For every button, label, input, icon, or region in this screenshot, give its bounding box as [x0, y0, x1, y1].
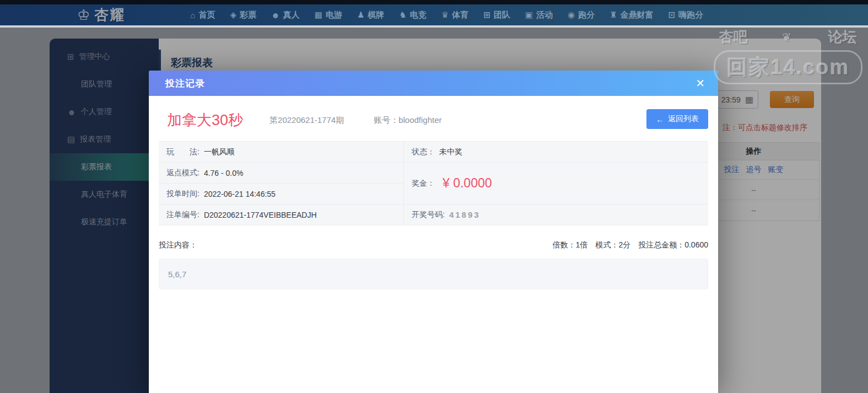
nav-item-icon: ◉ [568, 10, 575, 20]
prize-label: 奖金： [412, 179, 435, 189]
status-label: 状态： [412, 147, 435, 157]
prize-cell: 奖金： ¥ 0.0000 [403, 163, 708, 204]
nav-item-esports[interactable]: ♞ 电竞 [399, 10, 426, 20]
brand-name: 杏耀 [94, 6, 125, 25]
nav-item-label: 棋牌 [368, 10, 384, 20]
play-method-cell: 玩 法: 一帆风顺 [159, 142, 403, 163]
modal-body: 加拿大30秒 第20220621-1774期 账号：bloodfighter ←… [149, 108, 718, 289]
nav-item-label: 嗨跑分 [678, 10, 703, 20]
draw-number-label: 开奖号码: [412, 210, 445, 220]
nav-item-hi-paofen[interactable]: ⊡ 嗨跑分 [668, 10, 704, 20]
nav-item-label: 团队 [494, 10, 510, 20]
nav-item-home[interactable]: ⌂ 首页 [190, 10, 215, 20]
nav-item-activity[interactable]: ▣ 活动 [525, 10, 553, 20]
nav-item-label: 首页 [198, 10, 215, 20]
prize-value: ¥ 0.0000 [443, 176, 492, 191]
close-icon[interactable]: ✕ [696, 78, 705, 89]
nav-item-icon: ♛ [441, 10, 449, 20]
bet-stats: 倍数：1倍 模式：2分 投注总金额：0.0600 [553, 240, 708, 250]
crown-icon: ♔ [77, 8, 90, 22]
bet-time-label: 投单时间: [166, 189, 200, 199]
nav-item-icon: ⌂ [190, 10, 195, 20]
nav-item-icon: ▦ [315, 10, 322, 20]
nav-menu: ⌂ 首页 ◈ 彩票 ☻ 真人 ▦ 电游 ♟ 棋牌 ♞ 电竞 ♛ 体育 ⊞ [190, 10, 703, 20]
nav-item-lottery[interactable]: ◈ 彩票 [230, 10, 256, 20]
bet-time-cell: 投单时间: 2022-06-21 14:46:55 [159, 184, 403, 204]
bet-content-value: 5,6,7 [168, 270, 186, 279]
rebate-mode-label: 返点模式: [166, 168, 200, 178]
bet-time-value: 2022-06-21 14:46:55 [204, 190, 276, 198]
nav-item-icon: ⊡ [668, 10, 676, 20]
bet-record-modal: 投注记录 ✕ 加拿大30秒 第20220621-1774期 账号：bloodfi… [149, 71, 718, 393]
draw-number-cell: 开奖号码: 41893 [403, 204, 708, 225]
nav-item-label: 体育 [452, 10, 468, 20]
game-name: 加拿大30秒 [167, 110, 243, 130]
nav-item-label: 电竞 [410, 10, 427, 20]
play-method-label: 玩 法: [166, 147, 200, 157]
nav-item-chess[interactable]: ♟ 棋牌 [357, 10, 384, 20]
nav-item-icon: ⊞ [483, 10, 490, 20]
mode-stat: 模式：2分 [595, 240, 630, 250]
nav-item-egame[interactable]: ▦ 电游 [315, 10, 342, 20]
nav-item-live[interactable]: ☻ 真人 [271, 10, 300, 20]
modal-title: 投注记录 [165, 77, 205, 90]
nav-item-team[interactable]: ⊞ 团队 [483, 10, 510, 20]
nav-item-label: 活动 [536, 10, 553, 20]
nav-item-icon: ♞ [399, 10, 406, 20]
account-value: bloodfighter [398, 115, 441, 125]
bet-content-label: 投注内容： [159, 240, 197, 250]
rebate-mode-cell: 返点模式: 4.76 - 0.0% [159, 163, 403, 184]
record-detail-table: 玩 法: 一帆风顺 返点模式: 4.76 - 0.0% 投单时间: 2022-0… [159, 141, 708, 225]
nav-item-label: 彩票 [240, 10, 256, 20]
back-to-list-button[interactable]: ← 返回列表 [646, 109, 708, 129]
nav-item-jinding-fortune[interactable]: ♜ 金鼎财富 [610, 10, 653, 20]
nav-item-label: 跑分 [578, 10, 595, 20]
account-field: 账号：bloodfighter [374, 115, 441, 126]
modal-header: 投注记录 ✕ [149, 71, 718, 96]
nav-item-label: 真人 [283, 10, 300, 20]
nav-item-icon: ◈ [230, 10, 236, 20]
nav-item-sports[interactable]: ♛ 体育 [441, 10, 468, 20]
nav-item-icon: ♜ [610, 10, 617, 20]
order-number-label: 注单编号: [166, 210, 200, 220]
total-amount-stat: 投注总金额：0.0600 [638, 240, 708, 250]
account-label: 账号： [374, 115, 398, 125]
period-number: 第20220621-1774期 [269, 115, 344, 126]
nav-item-icon: ♟ [357, 10, 364, 20]
nav-item-paofen[interactable]: ◉ 跑分 [568, 10, 595, 20]
order-number-cell: 注单编号: D20220621-1774VEIBBEEADJH [159, 204, 403, 225]
window-top-strip [0, 0, 868, 4]
bet-content-box: 5,6,7 [159, 259, 708, 289]
play-method-value: 一帆风顺 [204, 147, 235, 157]
top-navbar: ♔ 杏耀 ⌂ 首页 ◈ 彩票 ☻ 真人 ▦ 电游 ♟ 棋牌 ♞ 电竞 ♛ [0, 4, 868, 25]
nav-item-label: 电游 [326, 10, 342, 20]
bet-content-row: 投注内容： 倍数：1倍 模式：2分 投注总金额：0.0600 [159, 240, 708, 250]
record-title-row: 加拿大30秒 第20220621-1774期 账号：bloodfighter ←… [159, 108, 708, 132]
order-number-value: D20220621-1774VEIBBEEADJH [204, 211, 317, 219]
draw-number-value: 41893 [449, 210, 481, 219]
nav-item-icon: ☻ [271, 10, 280, 20]
nav-item-icon: ▣ [525, 10, 533, 20]
brand-logo[interactable]: ♔ 杏耀 [77, 6, 125, 25]
status-cell: 状态： 未中奖 [403, 142, 708, 163]
nav-item-label: 金鼎财富 [621, 10, 654, 20]
back-button-label: 返回列表 [668, 114, 699, 124]
status-value: 未中奖 [439, 147, 462, 157]
left-arrow-icon: ← [656, 115, 664, 124]
rebate-mode-value: 4.76 - 0.0% [204, 169, 244, 177]
multiple-stat: 倍数：1倍 [553, 240, 588, 250]
